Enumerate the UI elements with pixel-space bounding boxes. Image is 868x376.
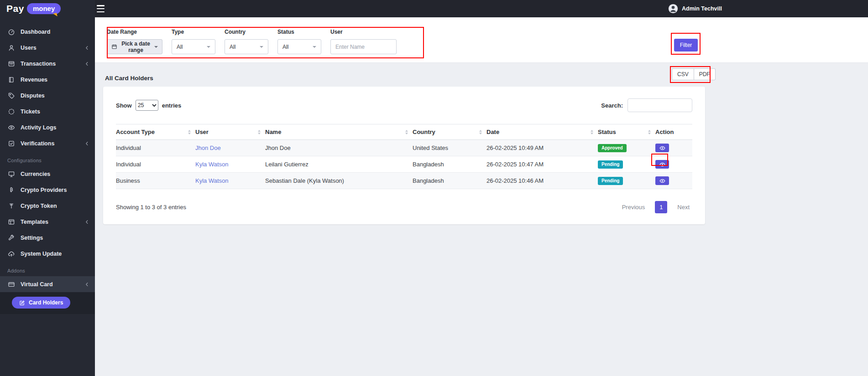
tag-icon <box>7 92 15 99</box>
view-details-button[interactable] <box>655 176 669 185</box>
main-content: Date Range Pick a date range Type All Co… <box>95 17 868 376</box>
cell-user: Kyla Watson <box>195 173 265 189</box>
export-csv-button[interactable]: CSV <box>672 68 694 80</box>
cloud-upload-icon <box>7 250 15 258</box>
virtual-card-submenu: Card Holders <box>0 292 95 314</box>
table-header-row: Account Type User Name Country Date Stat… <box>116 124 692 140</box>
sidebar-item-activity-logs[interactable]: Activity Logs <box>0 119 95 135</box>
filter-user: User <box>330 29 397 54</box>
user-link[interactable]: Kyla Watson <box>195 177 229 184</box>
sidebar-item-users[interactable]: Users <box>0 40 95 56</box>
column-header-status[interactable]: Status <box>598 124 655 140</box>
card-holders-table-card: Show 25 entries Search: Account Type Use… <box>103 87 705 224</box>
filter-panel: Date Range Pick a date range Type All Co… <box>95 17 868 63</box>
sidebar-item-crypto-providers[interactable]: Crypto Providers <box>0 182 95 198</box>
page-title: All Card Holders <box>105 75 153 82</box>
cell-name: Jhon Doe <box>265 140 413 156</box>
sidebar-item-dashboard[interactable]: Dashboard <box>0 24 95 40</box>
view-details-button[interactable] <box>655 160 669 169</box>
user-link[interactable]: Jhon Doe <box>195 144 221 151</box>
status-label: Status <box>277 29 321 35</box>
date-range-label: Date Range <box>107 29 162 35</box>
view-details-button[interactable] <box>655 144 669 152</box>
avatar <box>668 4 678 14</box>
transactions-icon <box>7 60 15 67</box>
caret-down-icon <box>313 46 316 48</box>
sidebar-item-templates[interactable]: Templates <box>0 214 95 230</box>
column-header-account-type[interactable]: Account Type <box>116 124 195 140</box>
column-header-user[interactable]: User <box>195 124 265 140</box>
sidebar-item-tickets[interactable]: Tickets <box>0 103 95 119</box>
type-select[interactable]: All <box>172 39 215 54</box>
cell-action <box>655 140 692 156</box>
sidebar-item-transactions[interactable]: Transactions <box>0 56 95 72</box>
filter-submit-button[interactable]: Filter <box>674 39 698 52</box>
sidebar-item-verifications[interactable]: Verifications <box>0 135 95 151</box>
export-pdf-button[interactable]: PDF <box>694 68 716 80</box>
sidebar-item-virtual-card[interactable]: Virtual Card <box>0 276 95 292</box>
user-icon <box>7 44 15 52</box>
sidebar-item-settings[interactable]: Settings <box>0 230 95 246</box>
app-logo[interactable]: Pay money <box>0 0 95 17</box>
sidebar-item-system-update[interactable]: System Update <box>0 246 95 262</box>
sort-icon <box>188 130 191 134</box>
chevron-left-icon <box>84 61 89 66</box>
sidebar: Pay money Dashboard Users Transactions <box>0 0 95 376</box>
pagination-previous[interactable]: Previous <box>619 203 648 211</box>
column-header-country[interactable]: Country <box>413 124 486 140</box>
hamburger-menu-button[interactable] <box>97 5 106 12</box>
token-icon <box>7 202 15 210</box>
cell-user: Kyla Watson <box>195 156 265 173</box>
sidebar-item-currencies[interactable]: Currencies <box>0 166 95 182</box>
export-button-group: CSV PDF <box>672 68 716 80</box>
bitcoin-icon <box>7 186 15 194</box>
eye-icon <box>659 162 665 167</box>
cell-status: Pending <box>598 156 655 173</box>
sidebar-item-crypto-token[interactable]: Crypto Token <box>0 198 95 214</box>
cell-status: Pending <box>598 173 655 189</box>
filter-country: Country All <box>225 29 268 54</box>
search-input[interactable] <box>627 98 692 112</box>
cell-country: Bangladesh <box>413 156 486 173</box>
logo-text-pay: Pay <box>6 3 24 14</box>
sidebar-section-configurations: Configurations <box>0 151 95 166</box>
credit-card-icon <box>7 280 15 288</box>
sidebar-section-addons: Addons <box>0 262 95 276</box>
logo-text-money: money <box>27 3 61 14</box>
cell-account-type: Business <box>116 173 195 189</box>
sort-icon <box>648 130 651 134</box>
sidebar-item-revenues[interactable]: Revenues <box>0 72 95 88</box>
sidebar-item-card-holders[interactable]: Card Holders <box>12 297 70 309</box>
pagination-page-1[interactable]: 1 <box>655 201 667 213</box>
edit-icon <box>19 300 25 306</box>
status-select[interactable]: All <box>277 39 321 54</box>
user-name-input[interactable] <box>330 39 397 54</box>
column-header-date[interactable]: Date <box>486 124 598 140</box>
cell-country: Bangladesh <box>413 173 486 189</box>
admin-profile-menu[interactable]: Admin Techvill <box>668 3 722 14</box>
cell-date: 26-02-2025 10:47 AM <box>486 156 598 173</box>
cell-account-type: Individual <box>116 156 195 173</box>
filter-date-range: Date Range Pick a date range <box>107 29 162 54</box>
cell-user: Jhon Doe <box>195 140 265 156</box>
page-length-control: Show 25 entries <box>116 100 181 111</box>
column-header-name[interactable]: Name <box>265 124 413 140</box>
eye-icon <box>659 146 665 150</box>
table-row: Individual Kyla Watson Leilani Gutierrez… <box>116 156 692 173</box>
country-select[interactable]: All <box>225 39 268 54</box>
column-header-action: Action <box>655 124 692 140</box>
type-label: Type <box>172 29 215 35</box>
user-link[interactable]: Kyla Watson <box>195 161 229 168</box>
date-range-picker[interactable]: Pick a date range <box>107 39 162 54</box>
calendar-icon <box>111 44 117 50</box>
filter-status: Status All <box>277 29 321 54</box>
sidebar-item-disputes[interactable]: Disputes <box>0 88 95 103</box>
chevron-left-icon <box>84 141 89 146</box>
caret-down-icon <box>154 46 158 48</box>
gauge-icon <box>7 28 15 36</box>
filter-type: Type All <box>172 29 215 54</box>
pagination-next[interactable]: Next <box>675 203 692 211</box>
cell-name: Leilani Gutierrez <box>265 156 413 173</box>
check-square-icon <box>7 139 15 147</box>
page-length-select[interactable]: 25 <box>136 100 158 111</box>
